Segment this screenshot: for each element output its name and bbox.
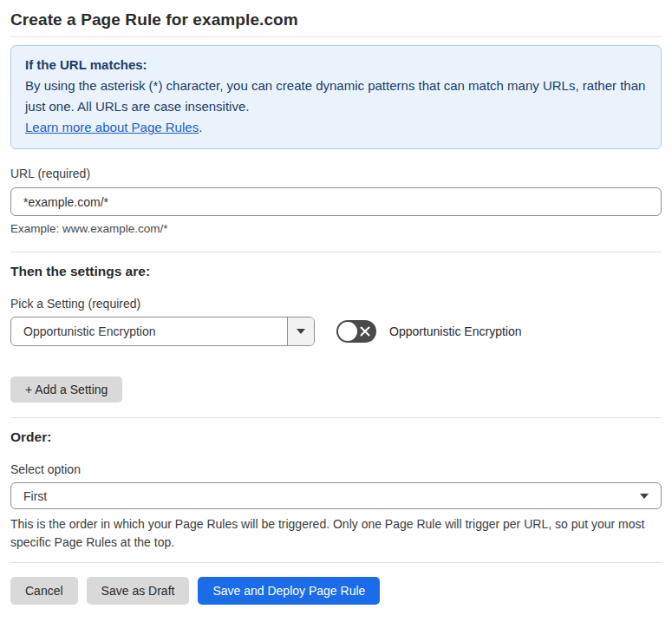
toggle-off-x-icon	[359, 325, 371, 337]
chevron-down-icon	[297, 329, 305, 334]
learn-more-link[interactable]: Learn more about Page Rules	[25, 120, 199, 134]
add-setting-button[interactable]: + Add a Setting	[10, 376, 122, 403]
setting-dropdown[interactable]: Opportunistic Encryption	[10, 317, 315, 346]
url-field-label: URL (required)	[10, 167, 662, 180]
save-as-draft-button[interactable]: Save as Draft	[87, 577, 190, 605]
order-select-label: Select option	[10, 462, 662, 476]
divider	[10, 417, 662, 418]
order-section-heading: Order:	[10, 429, 662, 445]
chevron-down-icon	[640, 494, 649, 499]
footer-actions: Cancel Save as Draft Save and Deploy Pag…	[10, 577, 662, 605]
url-example-helper: Example: www.example.com/*	[10, 222, 662, 235]
divider	[10, 562, 662, 563]
settings-section-heading: Then the settings are:	[10, 264, 662, 279]
order-dropdown-value: First	[23, 489, 47, 503]
url-input[interactable]	[10, 187, 662, 216]
url-match-info-box: If the URL matches: By using the asteris…	[10, 45, 662, 149]
page-rule-form: Create a Page Rule for example.com If th…	[0, 0, 672, 605]
setting-dropdown-value: Opportunistic Encryption	[11, 318, 287, 345]
toggle-setting-label: Opportunistic Encryption	[389, 324, 522, 338]
save-and-deploy-button[interactable]: Save and Deploy Page Rule	[198, 577, 380, 605]
toggle-knob	[338, 322, 357, 341]
setting-dropdown-arrow-button[interactable]	[287, 318, 314, 345]
order-dropdown[interactable]: First	[10, 482, 662, 509]
opportunistic-encryption-toggle[interactable]	[336, 320, 376, 343]
cancel-button[interactable]: Cancel	[10, 577, 78, 605]
divider	[10, 252, 662, 252]
link-suffix: .	[199, 120, 202, 134]
info-box-body: By using the asterisk (*) character, you…	[25, 75, 647, 117]
info-box-heading: If the URL matches:	[25, 55, 647, 75]
setting-row: Opportunistic Encryption Opportunistic E…	[10, 317, 662, 346]
order-help-text: This is the order in which your Page Rul…	[10, 515, 662, 552]
pick-setting-label: Pick a Setting (required)	[10, 297, 662, 311]
page-title: Create a Page Rule for example.com	[10, 0, 662, 37]
info-box-link-line: Learn more about Page Rules.	[25, 117, 647, 138]
